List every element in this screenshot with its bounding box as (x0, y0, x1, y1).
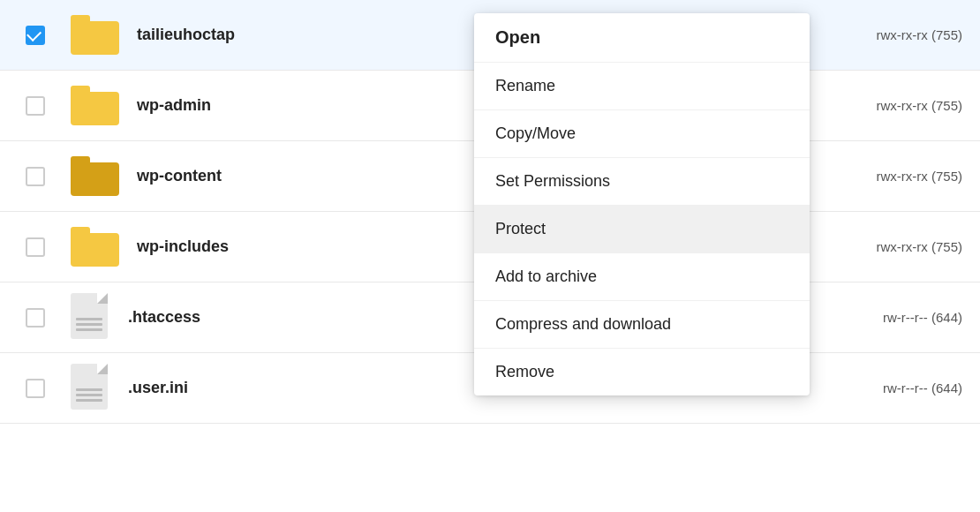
context-menu: Open Rename Copy/Move Set Permissions Pr… (474, 13, 810, 395)
menu-item-add-to-archive[interactable]: Add to archive (474, 253, 810, 301)
folder-icon (71, 227, 119, 267)
menu-item-copy-move[interactable]: Copy/Move (474, 110, 810, 158)
folder-icon (71, 86, 119, 125)
menu-item-rename[interactable]: Rename (474, 63, 810, 110)
file-permissions: rwx-rx-rx (755) (839, 169, 962, 184)
menu-item-open[interactable]: Open (474, 13, 810, 63)
checkbox-tailieuhoctap[interactable] (18, 26, 53, 45)
file-permissions: rwx-rx-rx (755) (839, 27, 962, 42)
file-icon (71, 293, 110, 342)
file-permissions: rw-r--r-- (644) (839, 380, 962, 395)
folder-icon (71, 15, 119, 55)
menu-item-protect[interactable]: Protect (474, 206, 810, 253)
file-permissions: rwx-rx-rx (755) (839, 98, 962, 113)
menu-item-remove[interactable]: Remove (474, 349, 810, 395)
menu-item-compress-download[interactable]: Compress and download (474, 301, 810, 349)
folder-icon (71, 156, 119, 196)
checkbox-input[interactable] (26, 379, 45, 398)
checkbox-input[interactable] (26, 167, 45, 186)
checkbox-wp-admin[interactable] (18, 96, 53, 116)
checkbox-input[interactable] (26, 26, 45, 45)
checkbox-wp-content[interactable] (18, 167, 53, 186)
checkbox-htaccess[interactable] (18, 308, 53, 328)
menu-item-set-permissions[interactable]: Set Permissions (474, 158, 810, 206)
file-icon (71, 364, 110, 412)
checkbox-wp-includes[interactable] (18, 237, 53, 257)
checkbox-input[interactable] (26, 237, 45, 257)
checkbox-user-ini[interactable] (18, 379, 53, 398)
file-permissions: rwx-rx-rx (755) (839, 239, 962, 254)
file-permissions: rw-r--r-- (644) (839, 310, 962, 325)
checkbox-input[interactable] (26, 308, 45, 328)
checkbox-input[interactable] (26, 96, 45, 116)
